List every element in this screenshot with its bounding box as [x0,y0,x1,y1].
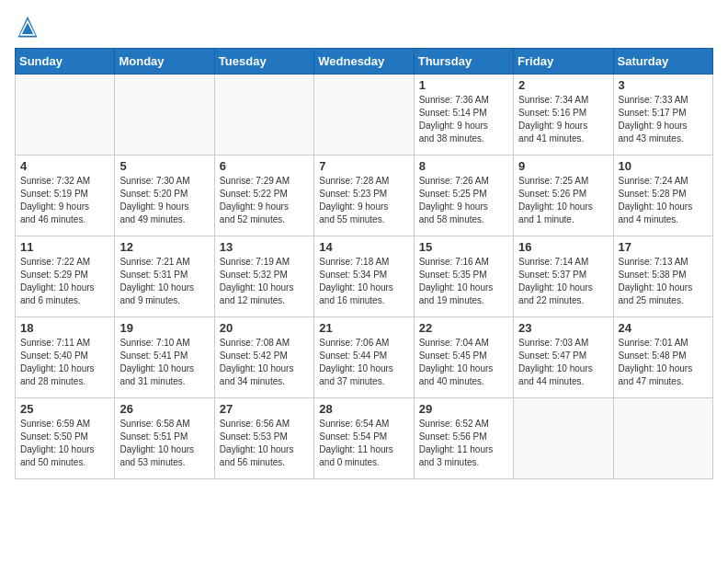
day-number: 21 [319,321,408,335]
day-number: 22 [419,321,508,335]
day-info: Sunrise: 7:30 AM Sunset: 5:20 PM Dayligh… [119,175,209,226]
calendar-cell: 5Sunrise: 7:30 AM Sunset: 5:20 PM Daylig… [115,155,214,236]
calendar-cell: 16Sunrise: 7:14 AM Sunset: 5:37 PM Dayli… [514,236,613,317]
calendar-cell: 13Sunrise: 7:19 AM Sunset: 5:32 PM Dayli… [214,236,313,317]
calendar-cell: 6Sunrise: 7:29 AM Sunset: 5:22 PM Daylig… [214,155,313,236]
logo-icon [15,15,40,40]
calendar-week-2: 4Sunrise: 7:32 AM Sunset: 5:19 PM Daylig… [16,155,713,236]
day-number: 28 [319,402,408,416]
day-info: Sunrise: 7:33 AM Sunset: 5:17 PM Dayligh… [619,94,708,145]
day-number: 26 [119,402,209,416]
calendar-cell [115,75,214,155]
day-number: 6 [220,159,309,173]
calendar-cell: 11Sunrise: 7:22 AM Sunset: 5:29 PM Dayli… [16,236,115,317]
calendar-cell [214,75,313,155]
day-info: Sunrise: 6:58 AM Sunset: 5:51 PM Dayligh… [119,418,209,469]
day-info: Sunrise: 7:14 AM Sunset: 5:37 PM Dayligh… [518,256,608,307]
day-number: 8 [419,159,508,173]
day-number: 1 [419,78,508,92]
calendar-cell: 29Sunrise: 6:52 AM Sunset: 5:56 PM Dayli… [414,398,513,479]
calendar-cell [314,75,414,155]
day-info: Sunrise: 6:59 AM Sunset: 5:50 PM Dayligh… [20,418,109,469]
calendar-cell [514,398,613,479]
day-number: 7 [319,159,408,173]
calendar-cell: 25Sunrise: 6:59 AM Sunset: 5:50 PM Dayli… [16,398,115,479]
day-number: 20 [220,321,309,335]
day-number: 16 [518,240,608,254]
day-number: 17 [619,240,708,254]
calendar-cell: 2Sunrise: 7:34 AM Sunset: 5:16 PM Daylig… [514,75,613,155]
day-number: 2 [518,78,608,92]
weekday-header-monday: Monday [115,49,214,75]
day-info: Sunrise: 6:54 AM Sunset: 5:54 PM Dayligh… [319,418,408,469]
calendar-table: SundayMondayTuesdayWednesdayThursdayFrid… [15,48,713,479]
calendar-cell: 15Sunrise: 7:16 AM Sunset: 5:35 PM Dayli… [414,236,513,317]
day-info: Sunrise: 7:01 AM Sunset: 5:48 PM Dayligh… [619,337,708,388]
logo [15,15,44,40]
day-info: Sunrise: 7:22 AM Sunset: 5:29 PM Dayligh… [20,256,109,307]
day-info: Sunrise: 7:34 AM Sunset: 5:16 PM Dayligh… [518,94,608,145]
day-number: 12 [119,240,209,254]
calendar-week-5: 25Sunrise: 6:59 AM Sunset: 5:50 PM Dayli… [16,398,713,479]
calendar-cell: 27Sunrise: 6:56 AM Sunset: 5:53 PM Dayli… [214,398,313,479]
day-info: Sunrise: 7:16 AM Sunset: 5:35 PM Dayligh… [419,256,508,307]
day-number: 19 [119,321,209,335]
day-info: Sunrise: 7:21 AM Sunset: 5:31 PM Dayligh… [119,256,209,307]
calendar-week-1: 1Sunrise: 7:36 AM Sunset: 5:14 PM Daylig… [16,75,713,155]
calendar-cell: 19Sunrise: 7:10 AM Sunset: 5:41 PM Dayli… [115,317,214,398]
day-number: 14 [319,240,408,254]
day-info: Sunrise: 7:18 AM Sunset: 5:34 PM Dayligh… [319,256,408,307]
day-number: 25 [20,402,109,416]
day-number: 4 [20,159,109,173]
calendar-cell: 12Sunrise: 7:21 AM Sunset: 5:31 PM Dayli… [115,236,214,317]
calendar-cell: 20Sunrise: 7:08 AM Sunset: 5:42 PM Dayli… [214,317,313,398]
calendar-week-3: 11Sunrise: 7:22 AM Sunset: 5:29 PM Dayli… [16,236,713,317]
day-info: Sunrise: 7:06 AM Sunset: 5:44 PM Dayligh… [319,337,408,388]
day-number: 11 [20,240,109,254]
page-header [15,15,713,40]
calendar-cell: 23Sunrise: 7:03 AM Sunset: 5:47 PM Dayli… [514,317,613,398]
weekday-header-row: SundayMondayTuesdayWednesdayThursdayFrid… [16,49,713,75]
day-info: Sunrise: 7:36 AM Sunset: 5:14 PM Dayligh… [419,94,508,145]
calendar-cell [16,75,115,155]
day-info: Sunrise: 7:24 AM Sunset: 5:28 PM Dayligh… [619,175,708,226]
calendar-cell [613,398,712,479]
weekday-header-sunday: Sunday [16,49,115,75]
day-number: 10 [619,159,708,173]
calendar-cell: 7Sunrise: 7:28 AM Sunset: 5:23 PM Daylig… [314,155,414,236]
day-info: Sunrise: 7:32 AM Sunset: 5:19 PM Dayligh… [20,175,109,226]
day-number: 29 [419,402,508,416]
day-info: Sunrise: 7:03 AM Sunset: 5:47 PM Dayligh… [518,337,608,388]
day-info: Sunrise: 6:52 AM Sunset: 5:56 PM Dayligh… [419,418,508,469]
weekday-header-friday: Friday [514,49,613,75]
day-number: 27 [220,402,309,416]
calendar-cell: 1Sunrise: 7:36 AM Sunset: 5:14 PM Daylig… [414,75,513,155]
calendar-cell: 4Sunrise: 7:32 AM Sunset: 5:19 PM Daylig… [16,155,115,236]
calendar-cell: 24Sunrise: 7:01 AM Sunset: 5:48 PM Dayli… [613,317,712,398]
weekday-header-thursday: Thursday [414,49,513,75]
day-info: Sunrise: 7:11 AM Sunset: 5:40 PM Dayligh… [20,337,109,388]
calendar-cell: 18Sunrise: 7:11 AM Sunset: 5:40 PM Dayli… [16,317,115,398]
calendar-cell: 21Sunrise: 7:06 AM Sunset: 5:44 PM Dayli… [314,317,414,398]
weekday-header-tuesday: Tuesday [214,49,313,75]
calendar-cell: 3Sunrise: 7:33 AM Sunset: 5:17 PM Daylig… [613,75,712,155]
day-number: 23 [518,321,608,335]
day-info: Sunrise: 7:19 AM Sunset: 5:32 PM Dayligh… [220,256,309,307]
day-info: Sunrise: 7:25 AM Sunset: 5:26 PM Dayligh… [518,175,608,226]
day-number: 3 [619,78,708,92]
calendar-cell: 26Sunrise: 6:58 AM Sunset: 5:51 PM Dayli… [115,398,214,479]
calendar-cell: 22Sunrise: 7:04 AM Sunset: 5:45 PM Dayli… [414,317,513,398]
calendar-cell: 9Sunrise: 7:25 AM Sunset: 5:26 PM Daylig… [514,155,613,236]
day-number: 24 [619,321,708,335]
day-info: Sunrise: 7:08 AM Sunset: 5:42 PM Dayligh… [220,337,309,388]
calendar-cell: 10Sunrise: 7:24 AM Sunset: 5:28 PM Dayli… [613,155,712,236]
day-info: Sunrise: 7:10 AM Sunset: 5:41 PM Dayligh… [119,337,209,388]
day-number: 9 [518,159,608,173]
day-number: 13 [220,240,309,254]
day-info: Sunrise: 7:28 AM Sunset: 5:23 PM Dayligh… [319,175,408,226]
day-info: Sunrise: 7:04 AM Sunset: 5:45 PM Dayligh… [419,337,508,388]
day-number: 15 [419,240,508,254]
day-number: 5 [119,159,209,173]
weekday-header-saturday: Saturday [613,49,712,75]
day-number: 18 [20,321,109,335]
